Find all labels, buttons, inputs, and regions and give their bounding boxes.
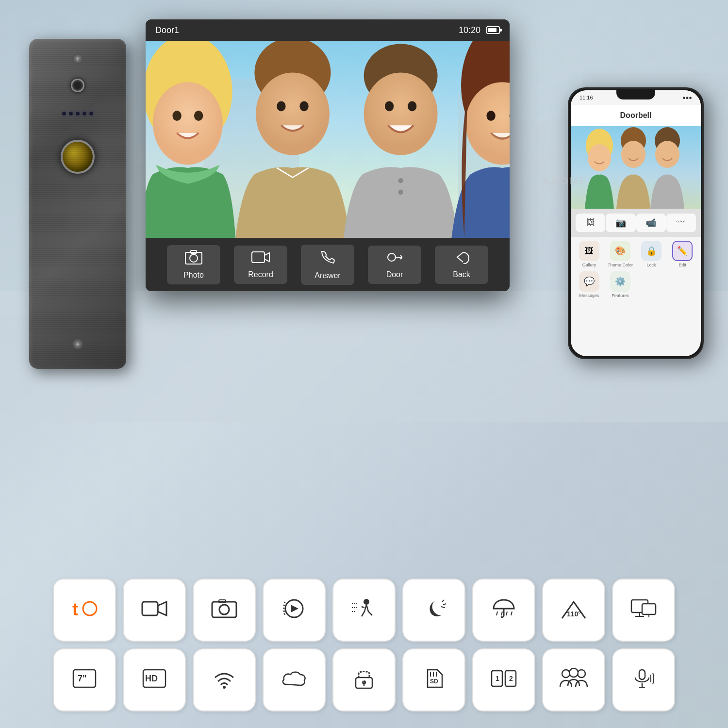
svg-text:t: t xyxy=(72,599,78,619)
feature-video-record xyxy=(123,579,186,642)
features-row-2: 7" HD xyxy=(19,648,709,711)
svg-text:110°: 110° xyxy=(567,610,581,618)
features-section: t xyxy=(19,579,709,718)
door-button[interactable]: Door xyxy=(368,246,421,284)
svg-line-53 xyxy=(443,604,446,605)
answer-icon xyxy=(320,249,335,268)
feature-motion xyxy=(332,579,396,642)
monitor-screen: Door1 10:20 xyxy=(146,19,510,291)
feature-multi-user xyxy=(542,648,605,711)
feature-playback xyxy=(263,579,326,642)
svg-rect-32 xyxy=(252,252,265,263)
svg-line-58 xyxy=(506,612,507,615)
app-edit[interactable]: ✏️ Edit xyxy=(669,241,696,267)
app-theme[interactable]: 🎨 Theme Color xyxy=(607,241,634,267)
phone-ctrl-wave[interactable]: 〰 xyxy=(666,214,696,232)
svg-point-41 xyxy=(621,141,645,168)
svg-line-56 xyxy=(496,612,497,615)
svg-point-48 xyxy=(219,605,229,614)
svg-point-16 xyxy=(256,72,330,155)
svg-point-39 xyxy=(588,144,611,171)
feature-access: 2 xyxy=(332,648,396,711)
back-icon xyxy=(453,250,470,267)
gallery-app-icon: 🖼 xyxy=(579,241,599,261)
phone-ctrl-gallery[interactable]: 🖼 xyxy=(576,214,605,232)
app-gallery[interactable]: 🖼 Gallery xyxy=(576,241,603,267)
svg-line-52 xyxy=(442,600,444,602)
svg-text:1: 1 xyxy=(496,675,499,682)
svg-point-33 xyxy=(388,253,396,261)
svg-point-23 xyxy=(398,178,403,183)
wifi-icon xyxy=(211,668,237,693)
dual-monitor-icon xyxy=(630,598,657,623)
feature-weather xyxy=(472,579,535,642)
svg-text:HD: HD xyxy=(145,674,158,683)
phone-ctrl-photo[interactable]: 📷 xyxy=(606,214,635,232)
answer-button[interactable]: Answer xyxy=(301,245,354,285)
door-icon xyxy=(387,250,402,267)
feature-cloud xyxy=(263,648,326,711)
motion-icon xyxy=(351,598,377,623)
record-button[interactable]: Record xyxy=(234,246,287,284)
feature-7inch: 7" xyxy=(53,648,116,711)
theme-app-icon: 🎨 xyxy=(610,241,630,261)
app-lock[interactable]: 🔒 Lock xyxy=(638,241,665,267)
photo-button[interactable]: Photo xyxy=(167,245,220,284)
phone-screen: 11:16 ●●● Doorbell xyxy=(571,90,701,356)
svg-point-13 xyxy=(172,111,181,121)
svg-line-57 xyxy=(501,612,502,615)
screen-header-right: 10:20 xyxy=(459,25,500,35)
svg-point-22 xyxy=(408,101,416,111)
top-section: Door1 10:20 xyxy=(0,0,728,422)
feature-angle: 110° xyxy=(542,579,605,642)
photo-snap-icon xyxy=(211,598,237,623)
app-features[interactable]: ⚙️ Features xyxy=(607,271,634,298)
svg-point-45 xyxy=(83,602,97,615)
svg-text:2: 2 xyxy=(509,675,513,682)
photo-icon xyxy=(185,250,202,268)
phone-controls: 🖼 📷 📹 〰 xyxy=(571,209,701,237)
watermark: AHOME xyxy=(543,175,587,187)
record-icon xyxy=(251,250,270,267)
door-label: Door1 xyxy=(155,25,179,35)
svg-point-83 xyxy=(562,670,570,678)
door-label: Door xyxy=(386,270,403,279)
cloud-icon xyxy=(281,668,307,693)
feature-tuya: t xyxy=(53,579,116,642)
angle-icon: 110° xyxy=(558,598,589,623)
app-messages[interactable]: 💬 Messages xyxy=(576,271,603,298)
svg-point-12 xyxy=(153,82,223,165)
door-camera-unit xyxy=(29,39,126,369)
back-button[interactable]: Back xyxy=(435,246,488,284)
edit-app-icon: ✏️ xyxy=(672,241,693,261)
wave-icon: 〰 xyxy=(677,217,685,228)
edit-app-label: Edit xyxy=(678,263,686,267)
phone-ctrl-video[interactable]: 📹 xyxy=(636,214,666,232)
svg-point-18 xyxy=(299,101,308,111)
svg-rect-46 xyxy=(142,602,158,615)
feature-night xyxy=(402,579,465,642)
feature-multi-device: 1 2 xyxy=(472,648,535,711)
lock-app-icon: 🔒 xyxy=(641,241,662,261)
monitor-photo xyxy=(146,41,510,238)
lock-app-label: Lock xyxy=(646,263,656,267)
svg-point-84 xyxy=(578,670,585,678)
main-content: Door1 10:20 xyxy=(0,0,728,728)
camera-eye xyxy=(71,79,84,92)
svg-point-85 xyxy=(569,668,578,677)
tuya-icon: t xyxy=(71,598,98,623)
svg-text:2: 2 xyxy=(362,678,365,683)
features-row-1: t xyxy=(19,579,709,642)
screw-bottom xyxy=(72,339,83,349)
svg-rect-86 xyxy=(639,670,645,679)
phone-signal: ●●● xyxy=(682,95,692,100)
phone-app-grid: 🖼 Gallery 🎨 Theme Color 🔒 Lock ✏️ Edit xyxy=(571,237,701,302)
svg-point-30 xyxy=(190,254,198,262)
svg-point-24 xyxy=(398,189,403,194)
phone-header: Doorbell xyxy=(571,105,701,126)
feature-wifi xyxy=(193,648,256,711)
svg-point-17 xyxy=(277,101,285,111)
theme-app-label: Theme Color xyxy=(608,263,633,267)
back-label: Back xyxy=(453,270,470,279)
feature-mic xyxy=(612,648,675,711)
